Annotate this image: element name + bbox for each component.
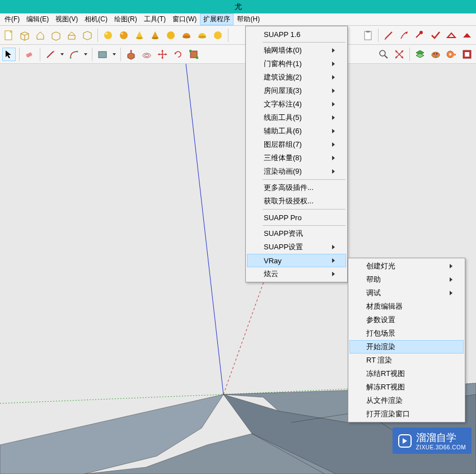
menu-item[interactable]: SUAPP 1.6 bbox=[247, 27, 346, 41]
menu-item[interactable]: 三维体量(8) bbox=[247, 151, 346, 165]
menu-item[interactable]: RT 渲染 bbox=[349, 354, 464, 367]
cone1-icon[interactable] bbox=[133, 29, 146, 42]
sphere4-icon[interactable] bbox=[211, 29, 225, 42]
svg-line-22 bbox=[385, 32, 392, 39]
menu-view[interactable]: 视图(V) bbox=[52, 13, 81, 25]
menu-item[interactable]: 冻结RT视图 bbox=[349, 367, 464, 380]
svg-point-41 bbox=[143, 53, 151, 58]
menu-edit[interactable]: 编辑(E) bbox=[23, 13, 52, 25]
zoom-extents-icon[interactable] bbox=[393, 48, 406, 61]
roof2-icon[interactable] bbox=[460, 29, 474, 42]
menu-item-label: SUAPP 1.6 bbox=[264, 30, 301, 39]
dome1-icon[interactable] bbox=[180, 29, 193, 42]
menu-item[interactable]: 建筑设施(2) bbox=[247, 71, 346, 84]
file-icon[interactable] bbox=[2, 29, 16, 42]
component-icon[interactable] bbox=[460, 48, 474, 61]
menu-camera[interactable]: 相机(C) bbox=[81, 13, 111, 25]
submenu-arrow-icon bbox=[332, 89, 335, 93]
menu-item[interactable]: 获取升级授权... bbox=[247, 194, 346, 208]
sphere1-icon[interactable] bbox=[101, 29, 115, 42]
dropdown-icon[interactable] bbox=[111, 48, 117, 61]
menu-item[interactable]: 打开渲染窗口 bbox=[349, 407, 464, 421]
menu-item[interactable]: 帮助 bbox=[349, 273, 464, 286]
menu-item[interactable]: 炫云 bbox=[247, 267, 346, 281]
menu-item-label: 房间屋顶(3) bbox=[264, 86, 302, 96]
menu-item-label: VRay bbox=[264, 257, 282, 265]
box3-icon[interactable] bbox=[81, 29, 94, 42]
dropdown-icon[interactable] bbox=[83, 48, 88, 61]
menu-item[interactable]: 轴网墙体(0) bbox=[247, 44, 346, 57]
tape-red-icon[interactable] bbox=[413, 29, 427, 42]
eraser-icon[interactable] bbox=[23, 48, 36, 61]
dome2-icon[interactable] bbox=[195, 29, 209, 42]
rectangle-icon[interactable] bbox=[96, 48, 109, 61]
menu-item[interactable]: 开始渲染 bbox=[349, 340, 464, 354]
svg-rect-29 bbox=[26, 52, 32, 58]
menu-extensions[interactable]: 扩展程序 bbox=[200, 13, 234, 25]
sphere2-icon[interactable] bbox=[117, 29, 130, 42]
menu-item[interactable]: SUAPP资讯 bbox=[247, 227, 346, 240]
svg-marker-23 bbox=[384, 39, 386, 40]
menu-item[interactable]: 更多高级插件... bbox=[247, 181, 346, 194]
offset-icon[interactable] bbox=[140, 48, 153, 61]
pushpull-icon[interactable] bbox=[124, 48, 138, 61]
svg-marker-62 bbox=[416, 53, 424, 58]
submenu-arrow-icon bbox=[450, 277, 452, 282]
svg-marker-26 bbox=[447, 33, 455, 38]
menu-item-label: SUAPP Pro bbox=[264, 213, 302, 222]
menu-item[interactable]: 线面工具(5) bbox=[247, 111, 346, 124]
menu-item[interactable]: 材质编辑器 bbox=[349, 300, 464, 313]
roof1-icon[interactable] bbox=[445, 29, 458, 42]
check-red-icon[interactable] bbox=[429, 29, 442, 42]
menu-item[interactable]: 创建灯光 bbox=[349, 259, 464, 273]
menu-item[interactable]: SUAPP Pro bbox=[247, 211, 346, 224]
menu-item[interactable]: 辅助工具(6) bbox=[247, 124, 346, 138]
menu-file[interactable]: 件(F) bbox=[1, 13, 23, 25]
house2-icon[interactable] bbox=[65, 29, 78, 42]
svg-point-11 bbox=[121, 32, 123, 34]
svg-marker-46 bbox=[161, 57, 164, 59]
scale-icon[interactable] bbox=[187, 48, 200, 61]
svg-point-33 bbox=[70, 57, 72, 58]
arc-icon[interactable] bbox=[67, 48, 81, 61]
house-icon[interactable] bbox=[34, 29, 47, 42]
rotate-icon[interactable] bbox=[171, 48, 185, 61]
tape-orange-icon[interactable] bbox=[445, 48, 458, 61]
menu-item[interactable]: SUAPP设置 bbox=[247, 240, 346, 254]
menu-window[interactable]: 窗口(W) bbox=[169, 13, 200, 25]
menu-item-label: SUAPP资讯 bbox=[264, 229, 303, 239]
clipboard-icon[interactable] bbox=[361, 29, 375, 42]
menu-item[interactable]: 打包场景 bbox=[349, 327, 464, 340]
menu-draw[interactable]: 绘图(R) bbox=[111, 13, 141, 25]
menu-item[interactable]: 解冻RT视图 bbox=[349, 380, 464, 394]
menu-item[interactable]: 调试 bbox=[349, 286, 464, 300]
svg-marker-31 bbox=[53, 50, 54, 53]
svg-rect-52 bbox=[196, 57, 198, 59]
dropdown-icon[interactable] bbox=[59, 48, 65, 61]
search-icon[interactable] bbox=[377, 48, 390, 61]
menu-item[interactable]: 房间屋顶(3) bbox=[247, 84, 346, 97]
arrow-red-icon[interactable] bbox=[398, 29, 411, 42]
menu-item[interactable]: 门窗构件(1) bbox=[247, 57, 346, 71]
menu-item[interactable]: 文字标注(4) bbox=[247, 97, 346, 111]
submenu-arrow-icon bbox=[450, 264, 452, 268]
sphere3-icon[interactable] bbox=[164, 29, 178, 42]
menu-item[interactable]: VRay bbox=[247, 254, 346, 267]
menu-tools[interactable]: 工具(T) bbox=[141, 13, 169, 25]
menu-item[interactable]: 从文件渲染 bbox=[349, 394, 464, 407]
menu-help[interactable]: 帮助(H) bbox=[234, 13, 263, 25]
pencil-red-icon[interactable] bbox=[382, 29, 395, 42]
menu-item[interactable]: 参数设置 bbox=[349, 313, 464, 327]
vray-submenu: 创建灯光帮助调试材质编辑器参数设置打包场景开始渲染RT 渲染冻结RT视图解冻RT… bbox=[348, 258, 465, 422]
box-icon[interactable] bbox=[18, 29, 31, 42]
menu-item[interactable]: 渲染动画(9) bbox=[247, 165, 346, 178]
layers-icon[interactable] bbox=[413, 48, 427, 61]
menu-item-label: 获取升级授权... bbox=[264, 196, 314, 206]
move-icon[interactable] bbox=[156, 48, 169, 61]
cursor-icon[interactable] bbox=[2, 48, 16, 61]
box2-icon[interactable] bbox=[49, 29, 63, 42]
menu-item[interactable]: 图层群组(7) bbox=[247, 138, 346, 151]
cone2-icon[interactable] bbox=[148, 29, 162, 42]
pencil-icon[interactable] bbox=[44, 48, 57, 61]
paint-icon[interactable] bbox=[429, 48, 442, 61]
